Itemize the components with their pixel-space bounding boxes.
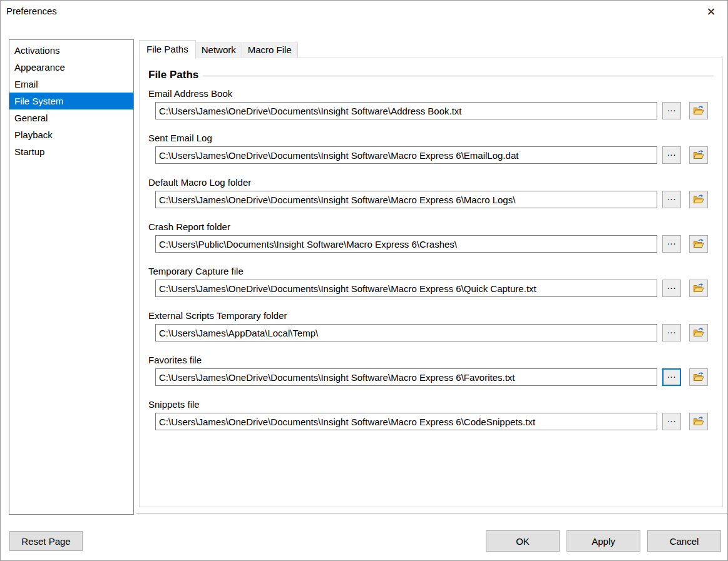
browse-button[interactable]: ... (662, 191, 681, 208)
browse-button[interactable]: ... (662, 235, 681, 253)
field-row-temporary-capture-file: Temporary Capture file ... (148, 265, 714, 297)
field-label: Temporary Capture file (148, 265, 714, 280)
field-row-snippets-file: Snippets file ... (148, 398, 714, 430)
ok-button[interactable]: OK (486, 530, 560, 552)
field-row-external-scripts-temporary-folder: External Scripts Temporary folder ... (148, 309, 714, 341)
tab-network[interactable]: Network (195, 43, 242, 58)
sidebar-item-label: Startup (14, 146, 44, 157)
path-input[interactable] (155, 102, 657, 119)
group-header: File Paths (148, 69, 714, 81)
path-input[interactable] (155, 235, 657, 253)
sidebar-item-email[interactable]: Email (9, 76, 133, 93)
open-folder-button[interactable] (689, 368, 708, 386)
field-row-default-macro-log-folder: Default Macro Log folder ... (148, 176, 714, 208)
sidebar-item-appearance[interactable]: Appearance (9, 59, 133, 76)
path-input[interactable] (155, 280, 657, 297)
field-label: External Scripts Temporary folder (148, 309, 714, 324)
open-folder-icon (692, 193, 705, 206)
open-folder-button[interactable] (689, 324, 708, 341)
group-divider (203, 76, 714, 76)
path-input[interactable] (155, 324, 657, 341)
sidebar-item-file-system[interactable]: File System (9, 93, 133, 109)
browse-button[interactable]: ... (662, 368, 681, 386)
close-button[interactable]: ✕ (703, 4, 719, 20)
open-folder-button[interactable] (689, 235, 708, 253)
browse-button[interactable]: ... (662, 324, 681, 341)
sidebar-item-startup[interactable]: Startup (9, 143, 133, 160)
apply-button[interactable]: Apply (567, 530, 640, 552)
open-folder-button[interactable] (689, 280, 708, 297)
field-label: Email Address Book (148, 87, 714, 102)
tab-label: File Paths (146, 44, 188, 54)
open-folder-button[interactable] (689, 191, 708, 208)
tab-label: Macro File (248, 44, 292, 55)
open-folder-icon (692, 415, 705, 428)
browse-button[interactable]: ... (662, 280, 681, 297)
path-input[interactable] (155, 146, 657, 164)
field-label: Favorites file (148, 353, 714, 368)
cancel-button[interactable]: Cancel (647, 530, 721, 552)
sidebar-item-general[interactable]: General (9, 109, 133, 126)
file-paths-panel: File Paths Email Address Book ... Se (139, 58, 723, 507)
field-rows: Email Address Book ... Sent Email Log (148, 87, 714, 430)
path-input[interactable] (155, 368, 657, 386)
field-label: Sent Email Log (148, 131, 714, 146)
path-input[interactable] (155, 191, 657, 208)
open-folder-icon (692, 238, 705, 250)
browse-button[interactable]: ... (662, 102, 681, 119)
sidebar-item-label: Playback (14, 129, 53, 140)
open-folder-icon (692, 149, 705, 161)
window-title: Preferences (6, 6, 57, 16)
field-label: Crash Report folder (148, 220, 714, 235)
open-folder-icon (692, 326, 705, 339)
field-row-favorites-file: Favorites file ... (148, 353, 714, 386)
tab-file-paths[interactable]: File Paths (139, 40, 196, 59)
group-title: File Paths (148, 69, 198, 81)
browse-button[interactable]: ... (662, 413, 681, 430)
footer-divider (136, 513, 728, 513)
open-folder-button[interactable] (689, 102, 708, 119)
path-input[interactable] (155, 413, 657, 430)
sidebar-item-label: File System (14, 96, 63, 106)
open-folder-icon (692, 371, 705, 383)
field-label: Snippets file (148, 398, 714, 413)
browse-button[interactable]: ... (662, 146, 681, 164)
open-folder-icon (692, 282, 705, 295)
category-list: Activations Appearance Email File System… (9, 39, 134, 515)
sidebar-item-label: Appearance (14, 62, 65, 73)
tab-macro-file[interactable]: Macro File (242, 43, 298, 58)
field-label: Default Macro Log folder (148, 176, 714, 191)
reset-page-button[interactable]: Reset Page (9, 531, 83, 551)
sidebar-item-activations[interactable]: Activations (9, 42, 133, 59)
sidebar-item-label: General (14, 113, 48, 123)
sidebar-item-label: Email (14, 79, 38, 89)
field-row-crash-report-folder: Crash Report folder ... (148, 220, 714, 253)
field-row-email-address-book: Email Address Book ... (148, 87, 714, 119)
tab-label: Network (202, 44, 236, 55)
open-folder-button[interactable] (689, 413, 708, 430)
tab-strip: File Paths Network Macro File (139, 39, 298, 58)
open-folder-button[interactable] (689, 146, 708, 164)
field-row-sent-email-log: Sent Email Log ... (148, 131, 714, 164)
sidebar-item-label: Activations (14, 45, 60, 56)
sidebar-item-playback[interactable]: Playback (9, 126, 133, 143)
open-folder-icon (692, 104, 705, 117)
